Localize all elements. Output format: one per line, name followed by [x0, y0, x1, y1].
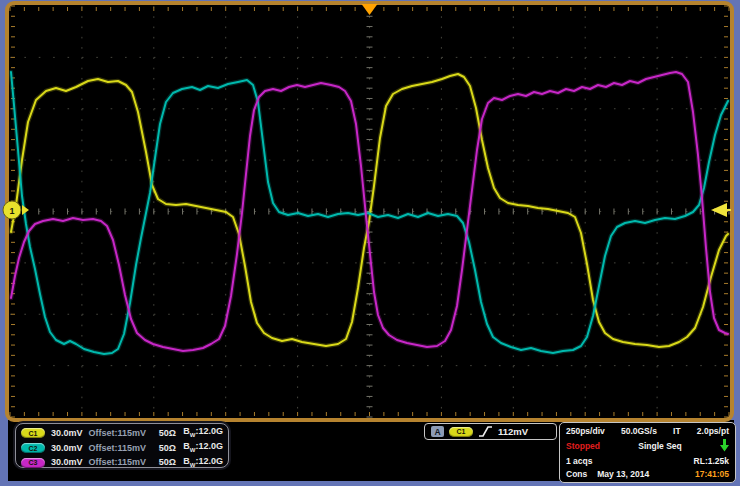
- datetime-row: Cons May 13, 2014 17:41:05: [566, 469, 729, 479]
- resolution-value: 2.0ps/pt: [697, 426, 729, 436]
- oscilloscope-display: 1 C1 30.0mV Offset:115mV 50Ω BW:12.0G C2…: [0, 0, 740, 486]
- channel-2-readout[interactable]: C2 30.0mV Offset:115mV 50Ω BW:12.0G: [21, 441, 223, 456]
- trigger-source-badge: C1: [449, 427, 473, 437]
- sampling-mode: IT: [673, 426, 681, 436]
- channel-2-offset: Offset:115mV: [89, 443, 153, 454]
- run-state-row: Stopped Single Seq: [566, 439, 729, 452]
- channel-1-scale: 30.0mV: [51, 428, 83, 439]
- trigger-readout-panel[interactable]: A C1 112mV: [424, 423, 557, 440]
- channel-2-impedance: 50Ω: [159, 443, 178, 454]
- graticule-screen[interactable]: [8, 4, 732, 419]
- acquisition-status-panel[interactable]: 250ps/div 50.0GS/s IT 2.0ps/pt Stopped S…: [559, 422, 736, 483]
- channel-1-badge[interactable]: C1: [21, 428, 45, 438]
- channel-3-scale: 30.0mV: [51, 457, 83, 468]
- acquisition-count-row: 1 acqs RL:1.25k: [566, 456, 729, 466]
- channel-3-bandwidth: BW:12.0G: [183, 456, 223, 471]
- date-value: May 13, 2014: [597, 469, 695, 479]
- record-length: RL:1.25k: [694, 456, 729, 466]
- console-label: Cons: [566, 469, 587, 479]
- time-value: 17:41:05: [695, 469, 729, 479]
- run-state: Stopped: [566, 441, 600, 451]
- channel-readout-panel: C1 30.0mV Offset:115mV 50Ω BW:12.0G C2 3…: [15, 423, 229, 468]
- sample-rate-value: 50.0GS/s: [621, 426, 657, 436]
- channel-1-readout[interactable]: C1 30.0mV Offset:115mV 50Ω BW:12.0G: [21, 426, 223, 441]
- channel-3-readout[interactable]: C3 30.0mV Offset:115mV 50Ω BW:12.0G: [21, 456, 223, 471]
- channel-1-bandwidth: BW:12.0G: [183, 426, 223, 441]
- channel-3-badge[interactable]: C3: [21, 458, 45, 468]
- acqs-count: 1 acqs: [566, 456, 592, 466]
- channel-2-badge[interactable]: C2: [21, 443, 45, 453]
- channel-1-offset: Offset:115mV: [89, 428, 153, 439]
- channel-2-scale: 30.0mV: [51, 443, 83, 454]
- sequence-mode: Single Seq: [600, 441, 720, 451]
- acquisition-arrow-icon: [720, 439, 729, 452]
- channel-1-impedance: 50Ω: [159, 428, 178, 439]
- channel-3-impedance: 50Ω: [159, 457, 178, 468]
- channel-3-offset: Offset:115mV: [89, 457, 153, 468]
- timebase-value: 250ps/div: [566, 426, 605, 436]
- trigger-level-value: 112mV: [498, 426, 528, 437]
- channel-2-bandwidth: BW:12.0G: [183, 441, 223, 456]
- horizontal-settings-row: 250ps/div 50.0GS/s IT 2.0ps/pt: [566, 426, 729, 436]
- rising-edge-icon: [478, 425, 493, 438]
- trigger-a-badge: A: [431, 426, 444, 437]
